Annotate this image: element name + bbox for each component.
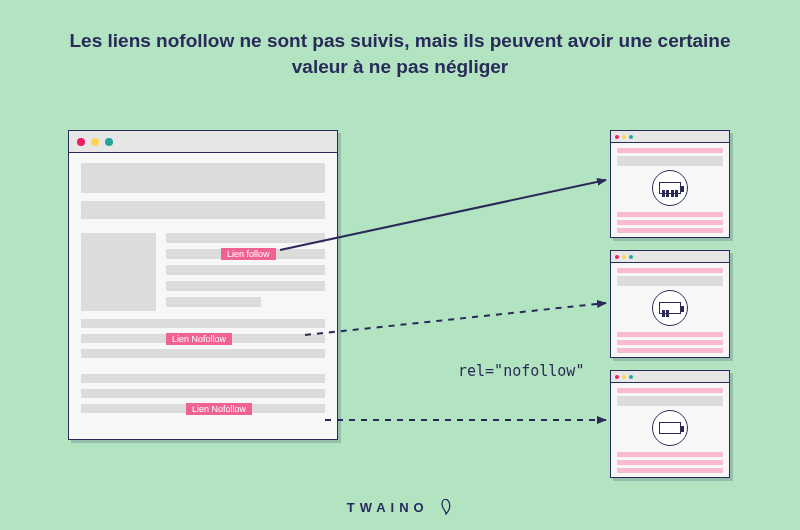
- window-dot-zoom: [105, 138, 113, 146]
- text-line-pink: [617, 268, 723, 273]
- text-line-pink: [617, 220, 723, 225]
- window-titlebar: [611, 131, 729, 143]
- target-browser-empty: [610, 370, 730, 478]
- text-line-pink: [617, 348, 723, 353]
- text-line-pink: [617, 452, 723, 457]
- text-line: [166, 233, 325, 243]
- page-title: Les liens nofollow ne sont pas suivis, m…: [60, 28, 740, 79]
- rel-nofollow-label: rel="nofollow": [458, 362, 584, 380]
- window-dot-zoom: [629, 375, 633, 379]
- text-line-pink: [617, 332, 723, 337]
- text-line-pink: [617, 340, 723, 345]
- brand-text: TWAINO: [347, 500, 429, 515]
- battery-icon-half: [652, 290, 688, 326]
- window-dot-close: [77, 138, 85, 146]
- paragraph-block: Lien Nofollow: [81, 374, 325, 413]
- window-titlebar: [69, 131, 337, 153]
- window-dot-minimize: [91, 138, 99, 146]
- target-content: [611, 263, 729, 361]
- text-line-pink: [617, 148, 723, 153]
- leaf-icon: [439, 499, 453, 518]
- text-line: [166, 265, 325, 275]
- brand-logo: TWAINO: [0, 499, 800, 518]
- text-line-pink: [617, 460, 723, 465]
- window-dot-close: [615, 135, 619, 139]
- battery-icon-empty: [652, 410, 688, 446]
- text-line: [81, 349, 325, 358]
- text-line-pink: [617, 468, 723, 473]
- placeholder-heading: [81, 163, 325, 193]
- text-line: [81, 374, 325, 383]
- battery-body: [659, 182, 681, 194]
- target-browser-full: [610, 130, 730, 238]
- placeholder-heading: [617, 156, 723, 166]
- target-browser-half: [610, 250, 730, 358]
- battery-icon-full: [652, 170, 688, 206]
- text-line-pink: [617, 388, 723, 393]
- window-titlebar: [611, 371, 729, 383]
- text-line-pink: [617, 212, 723, 217]
- arrow-nofollow-1: [305, 303, 606, 335]
- placeholder-heading: [617, 396, 723, 406]
- window-dot-zoom: [629, 255, 633, 259]
- battery-body: [659, 422, 681, 434]
- article-thumbnail: [81, 233, 156, 311]
- battery-body: [659, 302, 681, 314]
- target-content: [611, 383, 729, 481]
- window-dot-close: [615, 255, 619, 259]
- placeholder-subheading: [81, 201, 325, 219]
- window-titlebar: [611, 251, 729, 263]
- window-dot-minimize: [622, 255, 626, 259]
- article-lines: Lien follow: [166, 233, 325, 311]
- text-line: [166, 281, 325, 291]
- target-content: [611, 143, 729, 241]
- source-browser: Lien follow Lien Nofollow Lien Nofollow: [68, 130, 338, 440]
- text-line-pink: [617, 228, 723, 233]
- window-dot-minimize: [622, 375, 626, 379]
- text-line: Lien Nofollow: [81, 404, 325, 413]
- link-follow-label: Lien follow: [221, 248, 276, 260]
- text-line: Lien follow: [166, 249, 325, 259]
- window-dot-close: [615, 375, 619, 379]
- paragraph-block: Lien Nofollow: [81, 319, 325, 358]
- text-line: [81, 389, 325, 398]
- placeholder-heading: [617, 276, 723, 286]
- article-block: Lien follow: [81, 233, 325, 311]
- text-line: [81, 319, 325, 328]
- text-line: Lien Nofollow: [81, 334, 325, 343]
- link-nofollow-label-1: Lien Nofollow: [166, 333, 232, 345]
- link-nofollow-label-2: Lien Nofollow: [186, 403, 252, 415]
- window-dot-zoom: [629, 135, 633, 139]
- window-dot-minimize: [622, 135, 626, 139]
- text-line: [166, 297, 261, 307]
- source-content: Lien follow Lien Nofollow Lien Nofollow: [69, 153, 337, 425]
